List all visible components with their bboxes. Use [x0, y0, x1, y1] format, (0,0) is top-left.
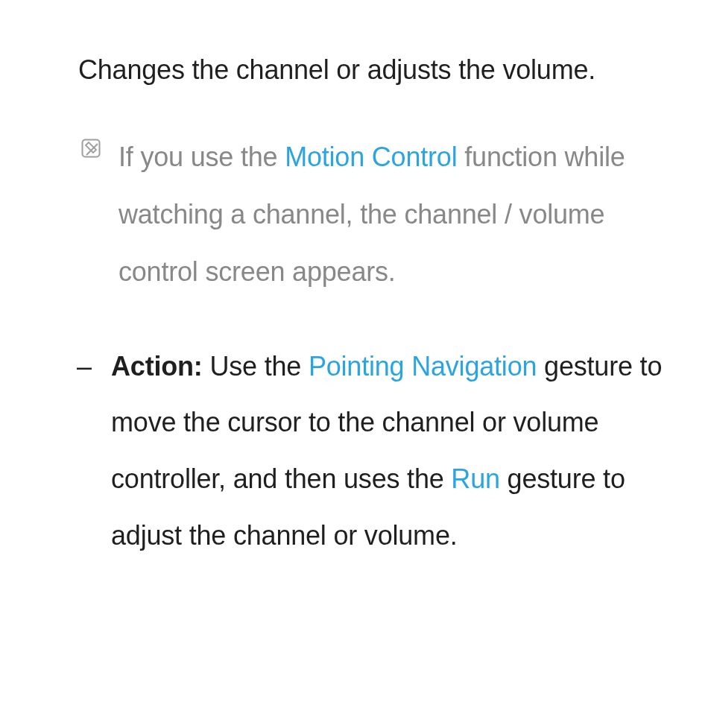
intro-text: Changes the channel or adjusts the volum…: [30, 45, 681, 95]
action-block: – Action: Use the Pointing Navigation ge…: [30, 338, 681, 563]
note-body: If you use the Motion Control function w…: [118, 128, 670, 301]
run-highlight: Run: [451, 463, 499, 494]
action-label: Action:: [111, 351, 203, 382]
svg-rect-0: [83, 139, 100, 156]
action-t1: Use the: [203, 351, 309, 382]
note-block: If you use the Motion Control function w…: [30, 128, 681, 301]
note-pre: If you use the: [118, 142, 285, 172]
action-body: Action: Use the Pointing Navigation gest…: [111, 338, 663, 563]
document-page: Changes the channel or adjusts the volum…: [0, 0, 711, 728]
list-dash: –: [77, 340, 92, 393]
motion-control-highlight: Motion Control: [285, 142, 457, 172]
pointing-navigation-highlight: Pointing Navigation: [309, 351, 537, 382]
note-icon: [78, 139, 101, 158]
